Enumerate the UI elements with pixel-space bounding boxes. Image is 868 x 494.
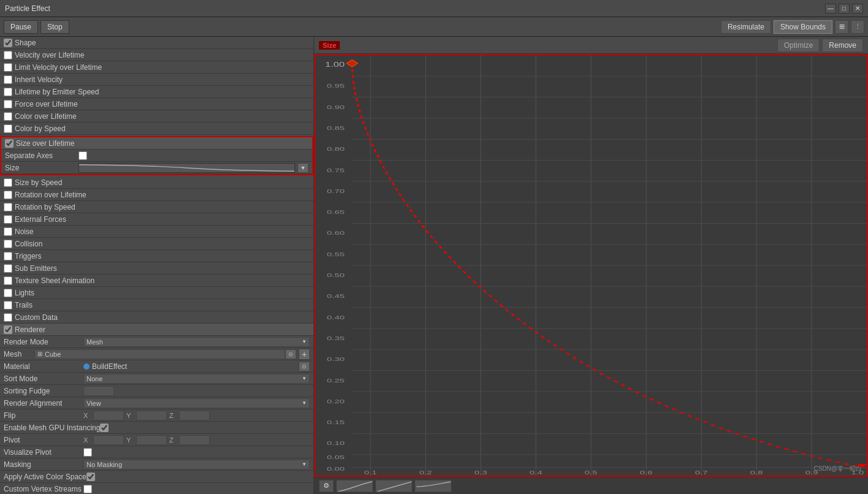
material-value: BuildEffect [92, 362, 299, 371]
svg-text:0.75: 0.75 [327, 167, 345, 173]
optimize-button[interactable]: Optimize [777, 39, 820, 52]
lifetime-emitter-checkbox[interactable] [4, 88, 12, 96]
svg-text:0.25: 0.25 [327, 377, 345, 384]
color-speed-label: Color by Speed [15, 124, 66, 133]
lights-checkbox[interactable] [4, 289, 12, 297]
resimulate-button[interactable]: Resimulate [721, 20, 771, 34]
svg-text:0.35: 0.35 [327, 335, 345, 342]
color-lifetime-checkbox[interactable] [4, 112, 12, 121]
size-curve-control[interactable] [79, 163, 295, 173]
velocity-checkbox[interactable] [4, 51, 12, 59]
module-row-collision[interactable]: Collision [0, 238, 313, 250]
module-row-lights[interactable]: Lights [0, 287, 313, 299]
render-alignment-dropdown[interactable]: View ▼ [83, 398, 310, 408]
render-mode-label: Render Mode [4, 338, 83, 346]
module-row-inherit-velocity[interactable]: Inherit Velocity [0, 74, 313, 86]
custom-vertex-checkbox[interactable] [83, 485, 92, 493]
curve-dropdown-button[interactable]: ▼ [298, 163, 309, 173]
enable-mesh-row: Enable Mesh GPU Instancing [0, 422, 313, 434]
velocity-label: Velocity over Lifetime [15, 51, 84, 59]
flip-y-input[interactable]: 0 [136, 411, 167, 420]
pivot-x-input[interactable]: 0 [93, 435, 124, 445]
curve-thumbnail-2[interactable] [375, 480, 412, 492]
module-row-external-forces[interactable]: External Forces [0, 213, 313, 226]
rotation-speed-checkbox[interactable] [4, 203, 12, 211]
module-row-noise[interactable]: Noise [0, 226, 313, 238]
triggers-checkbox[interactable] [4, 252, 12, 260]
show-bounds-button[interactable]: Show Bounds [774, 20, 832, 34]
sort-mode-dropdown[interactable]: None ▼ [83, 374, 310, 384]
module-row-limit-velocity[interactable]: Limit Velocity over Lifetime [0, 61, 313, 74]
mesh-pick-button[interactable]: ⊙ [285, 349, 296, 359]
external-forces-checkbox[interactable] [4, 215, 12, 224]
layout-icon-button[interactable]: ⊞ [835, 20, 848, 34]
visualize-pivot-checkbox[interactable] [83, 448, 92, 457]
size-speed-label: Size by Speed [15, 178, 62, 187]
module-row-force[interactable]: Force over Lifetime [0, 98, 313, 110]
maximize-button[interactable]: □ [839, 4, 850, 13]
texture-sheet-checkbox[interactable] [4, 276, 12, 285]
svg-text:0.70: 0.70 [327, 188, 345, 195]
collision-checkbox[interactable] [4, 240, 12, 248]
flip-x-label: X [83, 412, 91, 419]
enable-mesh-checkbox[interactable] [100, 424, 109, 432]
svg-text:0.6: 0.6 [640, 469, 653, 476]
apply-color-checkbox[interactable] [86, 473, 95, 481]
shape-checkbox[interactable] [4, 39, 12, 47]
close-button[interactable]: ✕ [852, 4, 863, 13]
size-over-lifetime-header[interactable]: Size over Lifetime [1, 137, 312, 150]
remove-button[interactable]: Remove [822, 39, 863, 52]
module-row-shape[interactable]: Shape [0, 37, 313, 49]
inherit-velocity-checkbox[interactable] [4, 75, 12, 84]
sorting-fudge-input[interactable]: 0 [83, 386, 114, 396]
module-row-triggers[interactable]: Triggers [0, 250, 313, 262]
trails-checkbox[interactable] [4, 301, 12, 310]
left-panel: Shape Velocity over Lifetime Limit Veloc… [0, 37, 314, 494]
apply-color-row: Apply Active Color Space [0, 471, 313, 483]
add-mesh-button[interactable]: + [299, 349, 310, 360]
flip-x-input[interactable]: 0 [93, 411, 124, 420]
module-row-rotation-lifetime[interactable]: Rotation over Lifetime [0, 189, 313, 201]
material-pick-button[interactable]: ⊙ [299, 362, 310, 371]
curve-thumbnail-1[interactable] [336, 480, 373, 492]
sub-emitters-checkbox[interactable] [4, 264, 12, 273]
noise-checkbox[interactable] [4, 227, 12, 236]
force-checkbox[interactable] [4, 100, 12, 108]
size-speed-checkbox[interactable] [4, 178, 12, 187]
module-row-texture-sheet[interactable]: Texture Sheet Animation [0, 275, 313, 287]
module-row-velocity[interactable]: Velocity over Lifetime [0, 49, 313, 61]
pause-button[interactable]: Pause [4, 20, 38, 34]
separate-axes-checkbox[interactable] [79, 151, 87, 160]
module-row-custom-data[interactable]: Custom Data [0, 311, 313, 324]
curve-editor-main[interactable]: 1.00 0.95 0.90 0.85 0.80 0.75 0.70 0.65 … [314, 54, 868, 477]
module-row-rotation-speed[interactable]: Rotation by Speed [0, 201, 313, 213]
pivot-y-input[interactable]: 0 [136, 435, 167, 445]
render-mode-dropdown[interactable]: Mesh ▼ [83, 337, 310, 347]
module-row-size-speed[interactable]: Size by Speed [0, 177, 313, 189]
stop-button[interactable]: Stop [40, 20, 69, 34]
masking-dropdown[interactable]: No Masking ▼ [83, 460, 310, 469]
curve-editor-actions: Optimize Remove [777, 39, 863, 52]
mesh-value-text: Cube [45, 351, 61, 358]
svg-text:0.85: 0.85 [327, 125, 345, 132]
collision-label: Collision [15, 240, 42, 248]
module-row-lifetime-emitter[interactable]: Lifetime by Emitter Speed [0, 86, 313, 98]
size-over-lifetime-checkbox[interactable] [5, 139, 13, 148]
module-row-sub-emitters[interactable]: Sub Emitters [0, 262, 313, 275]
pivot-z-input[interactable]: 0 [179, 435, 210, 445]
curve-thumbnail-3[interactable] [415, 480, 451, 492]
custom-data-checkbox[interactable] [4, 313, 12, 322]
renderer-header[interactable]: Renderer [0, 324, 313, 336]
module-row-trails[interactable]: Trails [0, 299, 313, 311]
rotation-lifetime-checkbox[interactable] [4, 191, 12, 199]
module-row-color-lifetime[interactable]: Color over Lifetime [0, 110, 313, 123]
module-row-color-speed[interactable]: Color by Speed [0, 123, 313, 135]
flip-z-input[interactable]: 0 [179, 411, 210, 420]
settings-icon-button[interactable]: ⚙ [319, 480, 334, 492]
minimize-button[interactable]: — [825, 4, 836, 13]
color-speed-checkbox[interactable] [4, 124, 12, 133]
limit-velocity-checkbox[interactable] [4, 63, 12, 72]
pivot-y-label: Y [126, 436, 134, 444]
options-icon-button[interactable]: ⋮ [851, 20, 864, 34]
renderer-checkbox[interactable] [4, 325, 12, 334]
